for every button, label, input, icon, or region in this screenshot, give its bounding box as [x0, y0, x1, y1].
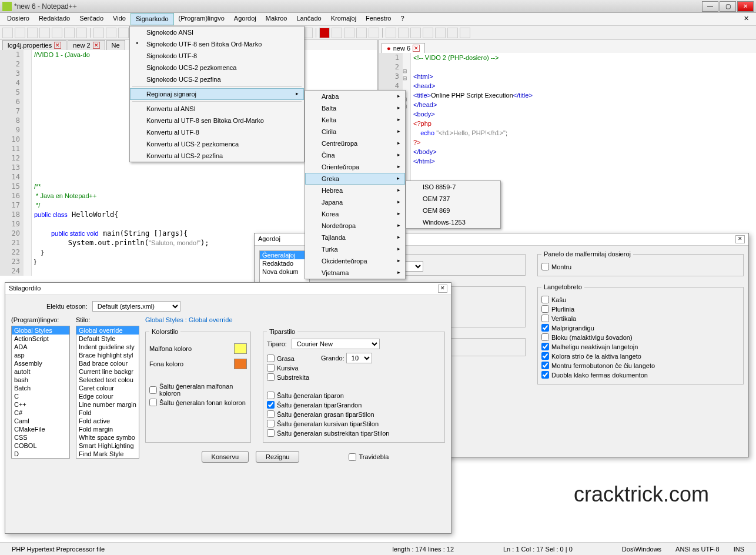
list-item[interactable]: Caret colour	[76, 384, 139, 392]
list-item[interactable]: Edge colour	[76, 392, 139, 400]
tab-multiline-checkbox[interactable]	[541, 305, 549, 313]
menu-item-turka[interactable]: Turka	[305, 243, 405, 255]
show-folder-panel-checkbox[interactable]	[541, 263, 549, 270]
menu-item-iso8859-7[interactable]: ISO 8859-7	[406, 181, 500, 193]
list-item[interactable]: C#	[12, 409, 69, 417]
stop-icon[interactable]	[332, 28, 342, 38]
list-item[interactable]: ActionScript	[12, 335, 69, 343]
close-icon[interactable]	[52, 28, 62, 38]
list-item[interactable]: Line number margin	[76, 400, 139, 409]
override-bold-checkbox[interactable]	[267, 410, 275, 418]
menu-item-orienteuropa[interactable]: Orienteŭropa	[305, 161, 405, 173]
tb-icon-c[interactable]	[410, 28, 421, 38]
list-item[interactable]: CMakeFile	[12, 425, 69, 433]
maximize-button[interactable]: ▢	[720, 1, 736, 12]
menu-item-kelta[interactable]: Kelta	[305, 114, 405, 126]
tab-reduce-checkbox[interactable]	[541, 324, 549, 332]
menu-item-ucs2-le[interactable]: Signokodo UCS-2 pezkomenca	[130, 62, 304, 73]
menu-item-utf8-nobom[interactable]: Signokodo UTF-8 sen Bitoka Ord-Marko	[130, 38, 304, 50]
menu-item-convert-ucs2-be[interactable]: Konvertu al UCS-2 pezfina	[130, 150, 304, 162]
minimize-button[interactable]: —	[702, 1, 718, 12]
menu-item-balta[interactable]: Balta	[305, 102, 405, 114]
tab-new6[interactable]: ●new 6✕	[382, 43, 425, 53]
tab-new2[interactable]: new 2✕	[68, 40, 105, 50]
list-item[interactable]: Caml	[12, 417, 69, 425]
print-icon[interactable]	[76, 28, 87, 38]
menu-vido[interactable]: Vido	[108, 13, 131, 25]
list-item[interactable]: Selected text colou	[76, 376, 139, 384]
menu-item-regional[interactable]: Regionaj signaroj	[130, 88, 304, 100]
list-item[interactable]: Fold margin	[76, 425, 139, 433]
theme-select[interactable]: Default (stylers.xml)	[92, 301, 180, 312]
menu-item-utf8[interactable]: Signokodo UTF-8	[130, 50, 304, 62]
menu-item-okcidenteuropa[interactable]: Okcidenteŭropa	[305, 255, 405, 267]
tab-dblclick-checkbox[interactable]	[541, 371, 549, 379]
list-item[interactable]: COBOL	[12, 442, 69, 450]
list-item[interactable]: DIFF	[12, 458, 69, 459]
close-doc-x[interactable]: ✕	[739, 13, 754, 25]
menu-item-greka[interactable]: Greka	[305, 173, 405, 185]
override-underline-checkbox[interactable]	[267, 429, 275, 437]
menu-kromajoj[interactable]: Kromaĵoj	[326, 13, 361, 25]
save-all-icon[interactable]	[39, 28, 50, 38]
tb-icon-a[interactable]	[386, 28, 396, 38]
copy-icon[interactable]	[106, 28, 116, 38]
list-item[interactable]: bash	[12, 376, 69, 384]
close-button[interactable]: ✕	[737, 1, 754, 12]
list-item[interactable]: Assembly	[12, 359, 69, 367]
menu-item-japana[interactable]: Japana	[305, 196, 405, 208]
menu-item-cirila[interactable]: Cirila	[305, 126, 405, 138]
list-item[interactable]: ADA	[12, 343, 69, 351]
menu-item-ucs2-be[interactable]: Signokodo UCS-2 pezfina	[130, 73, 304, 85]
style-listbox[interactable]: Global overrideDefault StyleIndent guide…	[76, 326, 139, 459]
tab-hide-checkbox[interactable]	[541, 296, 549, 303]
tb-icon-d[interactable]	[423, 28, 433, 38]
tab-lock-checkbox[interactable]	[541, 333, 549, 341]
menu-item-convert-ucs2-le[interactable]: Konvertu al UCS-2 pezkomenca	[130, 138, 304, 150]
list-item[interactable]: C	[12, 392, 69, 400]
menu-item-nordeuropa[interactable]: Nordeŭropa	[305, 220, 405, 232]
list-item[interactable]: Smart HighLighting	[76, 442, 139, 450]
play-icon[interactable]	[344, 28, 354, 38]
list-item[interactable]: asp	[12, 351, 69, 359]
menu-programlingvo[interactable]: (Program)lingvo	[174, 13, 229, 25]
override-bg-checkbox[interactable]	[149, 399, 157, 406]
menu-item-hebrea[interactable]: Hebrea	[305, 185, 405, 196]
bg-color-swatch[interactable]	[234, 359, 247, 369]
list-item[interactable]: D	[12, 450, 69, 458]
menu-redaktado[interactable]: Redaktado	[34, 13, 75, 25]
menu-item-centreuropa[interactable]: Centreŭropa	[305, 138, 405, 149]
tab-ne[interactable]: Ne	[106, 40, 125, 50]
fg-color-swatch[interactable]	[234, 343, 247, 354]
cancel-button[interactable]: Rezignu	[256, 451, 299, 463]
dialog-close-icon[interactable]: ✕	[438, 285, 447, 293]
paste-icon[interactable]	[118, 28, 129, 38]
bold-checkbox[interactable]	[267, 355, 275, 362]
underline-checkbox[interactable]	[267, 373, 275, 381]
override-fg-checkbox[interactable]	[149, 386, 157, 394]
tab-close-icon[interactable]: ✕	[93, 42, 100, 49]
list-item[interactable]: Fold active	[76, 417, 139, 425]
menu-item-tajlanda[interactable]: Tajlanda	[305, 232, 405, 243]
save-macro-icon[interactable]	[369, 28, 379, 38]
tab-dim-checkbox[interactable]	[541, 343, 549, 350]
menu-item-araba[interactable]: Araba	[305, 91, 405, 102]
play-multi-icon[interactable]	[356, 28, 367, 38]
list-item[interactable]: CSS	[12, 433, 69, 442]
spell-icon[interactable]	[447, 28, 458, 38]
list-item[interactable]: Global override	[76, 326, 139, 335]
menu-item-oem869[interactable]: OEM 869	[406, 205, 500, 216]
size-select[interactable]: 10	[346, 353, 372, 363]
menu-sercado[interactable]: Serĉado	[75, 13, 108, 25]
tb-icon-b[interactable]	[398, 28, 409, 38]
language-listbox[interactable]: Global StylesActionScriptADAaspAssemblya…	[11, 326, 70, 459]
override-font-checkbox[interactable]	[267, 392, 275, 399]
menu-help[interactable]: ?	[396, 13, 409, 25]
spell-next-icon[interactable]	[460, 28, 470, 38]
menu-item-ansi[interactable]: Signokodo ANSI	[130, 26, 304, 38]
tab-close-icon[interactable]: ✕	[413, 45, 420, 52]
list-item[interactable]: Global Styles	[12, 326, 69, 335]
tab-colorbar-checkbox[interactable]	[541, 352, 549, 360]
menu-item-convert-utf8[interactable]: Konvertu al UTF-8	[130, 126, 304, 138]
record-icon[interactable]	[319, 28, 330, 38]
